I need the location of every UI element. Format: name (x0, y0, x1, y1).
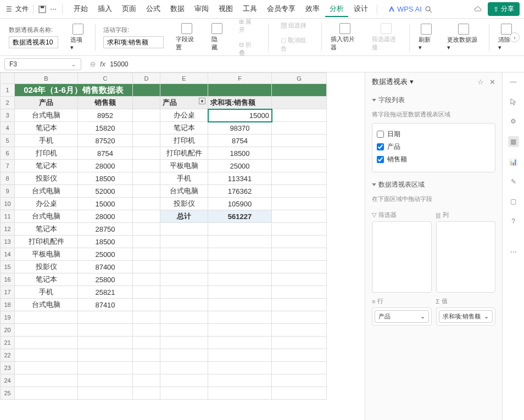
menu-数据[interactable]: 数据 (166, 2, 189, 17)
cell[interactable] (15, 324, 78, 337)
cell[interactable]: 15820 (78, 122, 133, 135)
cell[interactable]: 87410 (78, 299, 133, 311)
selected-cell[interactable]: 15000 (208, 109, 272, 122)
filter-dropdown-icon[interactable]: ▾ (199, 98, 205, 104)
pivot-cell[interactable]: 25000 (208, 160, 272, 172)
row-header[interactable]: 17 (1, 286, 15, 299)
cell[interactable] (15, 387, 78, 400)
spreadsheet-area[interactable]: BCDEFG1024年（1-6月）销售数据表2产品销售额产品▾求和项:销售额3台… (0, 72, 365, 420)
col-header-D[interactable]: D (133, 73, 160, 84)
row-header[interactable]: 23 (1, 362, 15, 374)
cell[interactable] (78, 349, 133, 362)
cell-reference-box[interactable]: F3⌄ (4, 58, 81, 70)
cell[interactable]: 25800 (78, 273, 133, 286)
cell[interactable]: 18500 (78, 172, 133, 185)
cell[interactable]: 笔记本 (15, 160, 78, 172)
cell[interactable]: 25000 (78, 248, 133, 261)
cell[interactable]: 台式电脑 (15, 210, 78, 223)
row-header[interactable]: 18 (1, 299, 15, 311)
row-header[interactable]: 13 (1, 236, 15, 248)
col-header-C[interactable]: C (78, 73, 133, 84)
file-menu[interactable]: 文件 (15, 4, 29, 14)
row-header[interactable]: 9 (1, 185, 15, 198)
row-area-item[interactable]: 产品⌄ (375, 310, 429, 323)
row-header[interactable]: 24 (1, 374, 15, 387)
cell[interactable]: 台式电脑 (15, 185, 78, 198)
cell[interactable]: 87400 (78, 261, 133, 273)
field-checkbox[interactable] (377, 131, 384, 138)
cell[interactable]: 28000 (78, 160, 133, 172)
row-header[interactable]: 16 (1, 273, 15, 286)
cell[interactable]: 笔记本 (15, 122, 78, 135)
cloud-icon[interactable] (473, 5, 482, 14)
cell[interactable] (78, 387, 133, 400)
close-panel-icon[interactable]: ✕ (489, 78, 495, 86)
chart-tool-icon[interactable]: 📊 (509, 157, 519, 167)
cell[interactable] (15, 362, 78, 374)
cell[interactable]: 87520 (78, 135, 133, 147)
pivot-cell[interactable]: 98370 (208, 122, 272, 135)
pivot-row-header[interactable]: 产品▾ (160, 97, 208, 109)
pivot-name-input[interactable] (9, 36, 58, 48)
refresh-button[interactable]: 刷新 ▾ (414, 21, 439, 53)
cell[interactable]: 8952 (78, 109, 133, 122)
value-area-item[interactable]: 求和项:销售额⌄ (439, 310, 493, 323)
fx-icon[interactable]: fx (100, 60, 105, 68)
pivot-cell[interactable]: 平板电脑 (160, 160, 208, 172)
row-header[interactable]: 6 (1, 147, 15, 160)
minimize-icon[interactable]: — (509, 77, 519, 87)
search-icon[interactable] (424, 5, 433, 14)
row-header[interactable]: 25 (1, 387, 15, 400)
field-settings-button[interactable]: 字段设置 (171, 21, 203, 54)
row-header[interactable]: 5 (1, 135, 15, 147)
hide-button[interactable]: 隐藏 (207, 21, 227, 54)
cell[interactable]: 台式电脑 (15, 109, 78, 122)
row-header[interactable]: 4 (1, 122, 15, 135)
cell[interactable]: 办公桌 (15, 198, 78, 210)
cell[interactable] (15, 337, 78, 349)
field-list-box[interactable]: 日期产品销售额 (372, 123, 495, 172)
column-drop-zone[interactable] (436, 221, 496, 293)
cell[interactable]: 打印机配件 (15, 236, 78, 248)
menu-效率[interactable]: 效率 (301, 2, 324, 17)
cell[interactable]: 平板电脑 (15, 248, 78, 261)
cell[interactable]: 笔记本 (15, 223, 78, 236)
cell[interactable]: 投影仪 (15, 261, 78, 273)
pivot-cell[interactable]: 台式电脑 (160, 185, 208, 198)
row-header[interactable]: 19 (1, 311, 15, 324)
row-header[interactable]: 15 (1, 261, 15, 273)
settings-tool-icon[interactable]: ⚙ (509, 116, 519, 126)
cell[interactable] (78, 337, 133, 349)
row-header[interactable]: 22 (1, 349, 15, 362)
col-header-E[interactable]: E (160, 73, 208, 84)
col-header-G[interactable]: G (272, 73, 327, 84)
row-header[interactable]: 10 (1, 198, 15, 210)
cell[interactable]: 18500 (78, 236, 133, 248)
row-header[interactable]: 1 (1, 84, 15, 97)
menu-插入[interactable]: 插入 (93, 2, 116, 17)
value-drop-zone[interactable]: 求和项:销售额⌄ (436, 307, 496, 326)
menu-分析[interactable]: 分析 (325, 2, 348, 17)
pivot-cell[interactable]: 笔记本 (160, 122, 208, 135)
pivot-cell[interactable]: 18500 (208, 147, 272, 160)
cursor-tool-icon[interactable] (509, 97, 519, 107)
menu-会员专享[interactable]: 会员专享 (263, 2, 300, 17)
menu-icon[interactable]: ☰ (4, 5, 13, 14)
col-header-B[interactable]: B (15, 73, 78, 84)
cell[interactable]: 打印机 (15, 147, 78, 160)
pivot-cell[interactable]: 打印机 (160, 135, 208, 147)
row-header[interactable]: 11 (1, 210, 15, 223)
cell[interactable] (15, 311, 78, 324)
save-icon[interactable] (38, 5, 47, 14)
filter-drop-zone[interactable] (372, 221, 432, 293)
menu-开始[interactable]: 开始 (69, 2, 92, 17)
menu-工具[interactable]: 工具 (238, 2, 261, 17)
field-产品[interactable]: 产品 (377, 141, 490, 153)
cell[interactable]: 手机 (15, 286, 78, 299)
pivot-cell[interactable]: 投影仪 (160, 198, 208, 210)
field-list-header[interactable]: 字段列表 (372, 96, 495, 105)
pivot-cell[interactable]: 手机 (160, 172, 208, 185)
field-checkbox[interactable] (377, 143, 384, 150)
pivot-cell[interactable]: 105900 (208, 198, 272, 210)
ribbon-expand-icon[interactable]: › (510, 32, 520, 42)
